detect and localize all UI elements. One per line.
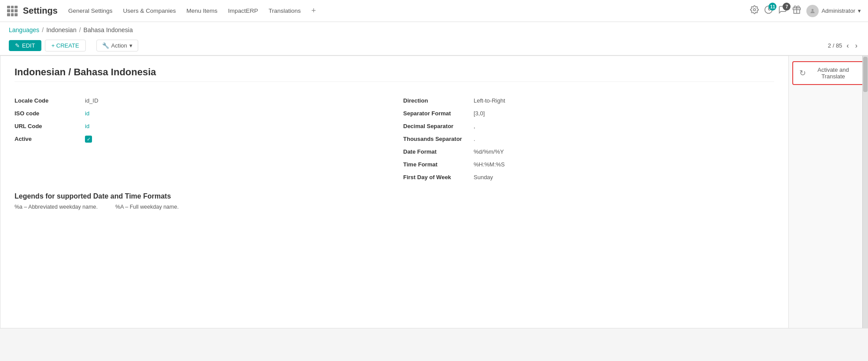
- pager-next-button[interactable]: ›: [853, 41, 859, 51]
- topnav: Settings General Settings Users & Compan…: [0, 0, 868, 22]
- legends-row: %a – Abbreviated weekday name. %A – Full…: [15, 204, 774, 210]
- field-value-date: %d/%m/%Y: [474, 148, 504, 155]
- edit-icon: ✎: [15, 42, 20, 49]
- field-value-decimal: ,: [474, 123, 475, 129]
- left-fields: Locale Code id_ID ISO code id URL Code i…: [15, 94, 386, 184]
- field-url-code: URL Code id: [15, 120, 386, 133]
- nav-add-icon[interactable]: +: [311, 6, 316, 15]
- action-chevron-icon: ▾: [129, 42, 132, 49]
- breadcrumb-sep2: /: [79, 26, 81, 33]
- field-value-thousands: .: [474, 136, 475, 142]
- field-label-time: Time Format: [403, 161, 474, 168]
- field-label-active: Active: [15, 136, 85, 142]
- legend-desc-a: Abbreviated weekday name.: [28, 204, 98, 210]
- clock-badge: 11: [769, 3, 776, 11]
- admin-menu[interactable]: Administrator ▾: [806, 5, 861, 17]
- edit-button[interactable]: ✎ EDIT: [9, 40, 41, 51]
- clock-icon[interactable]: 11: [764, 5, 773, 16]
- legends-title: Legends for supported Date and Time Form…: [15, 192, 774, 200]
- right-fields: Direction Left-to-Right Separator Format…: [403, 94, 774, 184]
- field-value-iso[interactable]: id: [85, 110, 89, 117]
- field-label-decimal: Decimal Separator: [403, 123, 474, 129]
- apps-grid-icon[interactable]: [7, 6, 18, 16]
- scrollbar-track[interactable]: [862, 56, 868, 328]
- field-value-locale: id_ID: [85, 97, 98, 104]
- field-locale-code: Locale Code id_ID: [15, 94, 386, 107]
- admin-chevron-icon: ▾: [858, 7, 861, 14]
- field-date-format: Date Format %d/%m/%Y: [403, 145, 774, 158]
- admin-label: Administrator: [821, 7, 855, 14]
- toolbar: ✎ EDIT + CREATE 🔧 Action ▾ 2 / 85 ‹ ›: [0, 36, 868, 55]
- field-label-thousands: Thousands Separator: [403, 136, 474, 142]
- edit-label: EDIT: [22, 42, 35, 49]
- field-label-sep-format: Separator Format: [403, 110, 474, 117]
- field-value-direction: Left-to-Right: [474, 97, 505, 104]
- avatar: [806, 5, 819, 17]
- legend-code-A: %A: [115, 204, 124, 210]
- topnav-right: 11 7 Administrator ▾: [750, 5, 861, 17]
- pager: 2 / 85 ‹ ›: [828, 41, 859, 51]
- legend-item-a: %a – Abbreviated weekday name.: [15, 204, 98, 210]
- breadcrumb-sep1: /: [42, 26, 44, 33]
- nav-general-settings[interactable]: General Settings: [68, 7, 113, 14]
- field-label-direction: Direction: [403, 97, 474, 104]
- field-label-locale: Locale Code: [15, 97, 85, 104]
- breadcrumb-bahasa: Bahasa Indonesia: [84, 26, 133, 33]
- refresh-icon: ↻: [799, 68, 806, 78]
- record-title: Indonesian / Bahasa Indonesia: [15, 66, 774, 82]
- field-thousands-separator: Thousands Separator .: [403, 133, 774, 145]
- settings-icon[interactable]: [750, 5, 759, 16]
- legend-item-A: %A – Full weekday name.: [115, 204, 179, 210]
- field-value-sep-format: [3,0]: [474, 110, 485, 117]
- legend-desc-A: Full weekday name.: [130, 204, 179, 210]
- field-decimal-separator: Decimal Separator ,: [403, 120, 774, 133]
- nav-impact-erp[interactable]: ImpactERP: [228, 7, 258, 14]
- pager-count: 2 / 85: [828, 42, 842, 49]
- field-first-day: First Day of Week Sunday: [403, 171, 774, 184]
- chat-icon[interactable]: 7: [778, 5, 787, 16]
- nav-translations[interactable]: Translations: [268, 7, 301, 14]
- field-iso-code: ISO code id: [15, 107, 386, 120]
- breadcrumb-indonesian: Indonesian: [46, 26, 77, 33]
- breadcrumb: Languages / Indonesian / Bahasa Indonesi…: [0, 22, 868, 36]
- field-value-time: %H:%M:%S: [474, 161, 505, 168]
- field-label-date: Date Format: [403, 148, 474, 155]
- field-active: Active ✓: [15, 133, 386, 146]
- main-content: Indonesian / Bahasa Indonesia Locale Cod…: [0, 56, 788, 328]
- breadcrumb-languages[interactable]: Languages: [9, 26, 39, 33]
- app-title: Settings: [23, 6, 58, 16]
- action-label: Action: [111, 42, 127, 49]
- svg-point-0: [754, 9, 756, 11]
- activate-label: Activate and Translate: [809, 66, 857, 80]
- sidebar-actions: ↻ Activate and Translate: [788, 56, 868, 328]
- field-value-url[interactable]: id: [85, 123, 89, 129]
- field-label-url: URL Code: [15, 123, 85, 129]
- field-time-format: Time Format %H:%M:%S: [403, 158, 774, 171]
- gift-icon[interactable]: [792, 5, 801, 16]
- chat-badge: 7: [783, 3, 791, 11]
- nav-menu-items[interactable]: Menu Items: [187, 7, 218, 14]
- field-label-iso: ISO code: [15, 110, 85, 117]
- create-label: + CREATE: [51, 42, 79, 49]
- nav-users-companies[interactable]: Users & Companies: [123, 7, 176, 14]
- field-label-first-day: First Day of Week: [403, 174, 474, 180]
- svg-point-4: [812, 9, 814, 11]
- field-direction: Direction Left-to-Right: [403, 94, 774, 107]
- fields-grid: Locale Code id_ID ISO code id URL Code i…: [15, 94, 774, 184]
- pager-prev-button[interactable]: ‹: [845, 41, 850, 51]
- wrench-icon: 🔧: [102, 42, 109, 49]
- field-value-first-day: Sunday: [474, 174, 493, 180]
- content-wrapper: ↻ Activate and Translate Indonesian / Ba…: [0, 55, 868, 328]
- scrollbar-thumb[interactable]: [863, 57, 868, 92]
- topnav-links: General Settings Users & Companies Menu …: [68, 6, 747, 15]
- field-value-active-checkbox[interactable]: ✓: [85, 136, 92, 143]
- legend-code-a: %a: [15, 204, 22, 210]
- field-separator-format: Separator Format [3,0]: [403, 107, 774, 120]
- action-button[interactable]: 🔧 Action ▾: [96, 40, 138, 52]
- create-button[interactable]: + CREATE: [45, 40, 86, 52]
- activate-translate-button[interactable]: ↻ Activate and Translate: [792, 61, 864, 85]
